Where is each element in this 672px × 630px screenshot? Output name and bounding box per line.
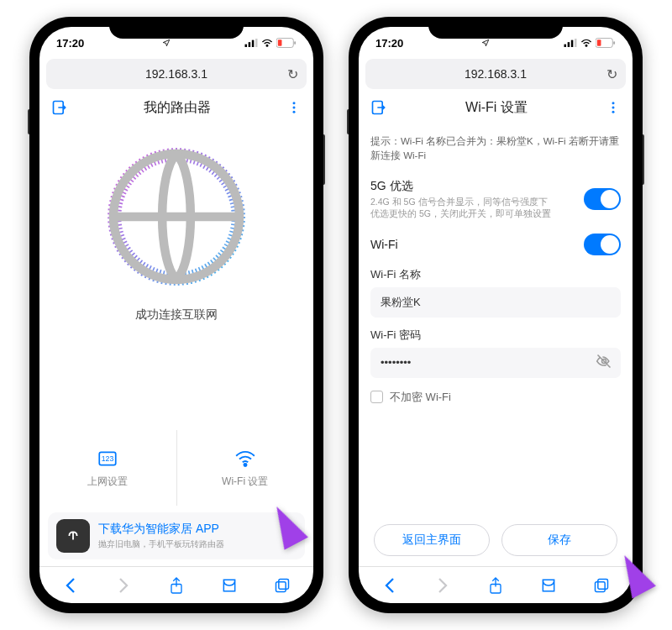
- svg-point-16: [244, 464, 246, 466]
- wifi-name-value: 果粉堂K: [381, 295, 421, 310]
- svg-point-11: [293, 111, 296, 113]
- bookmarks-icon[interactable]: [213, 577, 246, 594]
- svg-rect-19: [276, 581, 286, 591]
- connection-status: 成功连接互联网: [135, 307, 218, 323]
- svg-point-24: [585, 45, 587, 47]
- pref-5g-row: 5G 优选 2.4G 和 5G 信号合并显示，同等信号强度下优选更快的 5G，关…: [359, 172, 633, 227]
- url-text: 192.168.3.1: [465, 67, 527, 81]
- phone-left: 17:20 192.168.3.1 ↻ 我的路由器: [29, 17, 323, 613]
- svg-rect-27: [613, 41, 615, 45]
- tabs-icon[interactable]: [585, 577, 618, 594]
- safari-toolbar: [359, 566, 633, 603]
- app-header: 我的路由器: [39, 89, 313, 126]
- app-banner-icon: [56, 519, 90, 553]
- exit-icon[interactable]: [370, 99, 387, 116]
- share-icon[interactable]: [479, 576, 512, 595]
- share-icon[interactable]: [160, 576, 193, 595]
- menu-icon[interactable]: [286, 100, 302, 115]
- status-time: 17:20: [375, 37, 403, 50]
- wifi-settings-label: Wi-Fi 设置: [222, 475, 268, 489]
- net-settings-label: 上网设置: [87, 475, 128, 489]
- button-row: 返回主界面 保存: [359, 524, 633, 556]
- wifi-password-label: Wi-Fi 密码: [370, 328, 621, 343]
- back-icon[interactable]: [54, 577, 87, 594]
- wifi-row: Wi-Fi: [359, 227, 633, 262]
- safari-toolbar: [39, 566, 313, 603]
- wifi-name-block: Wi-Fi 名称 果粉堂K: [359, 262, 633, 323]
- back-icon[interactable]: [373, 577, 407, 594]
- svg-rect-21: [568, 42, 570, 47]
- svg-rect-34: [597, 579, 607, 589]
- wifi-status-icon: [580, 39, 592, 47]
- signal-icon: [564, 39, 577, 47]
- svg-rect-35: [595, 581, 605, 591]
- hint-text: 提示：Wi-Fi 名称已合并为：果粉堂K，Wi-Fi 若断开请重新连接 Wi-F…: [359, 126, 633, 172]
- svg-rect-7: [294, 41, 296, 45]
- phone-right: 17:20 192.168.3.1 ↻ Wi-Fi 设置 提示：W: [349, 17, 643, 613]
- svg-point-4: [266, 45, 268, 47]
- wifi-settings-button[interactable]: Wi-Fi 设置: [176, 430, 314, 506]
- back-home-button[interactable]: 返回主界面: [374, 524, 490, 556]
- svg-rect-18: [278, 579, 288, 589]
- wifi-password-value: ••••••••: [381, 356, 411, 369]
- wifi-name-input[interactable]: 果粉堂K: [370, 287, 621, 318]
- menu-icon[interactable]: [606, 100, 621, 115]
- svg-point-10: [293, 107, 296, 109]
- svg-rect-26: [597, 39, 601, 45]
- page-title: Wi-Fi 设置: [465, 99, 528, 117]
- svg-rect-1: [249, 42, 251, 47]
- svg-point-30: [612, 107, 614, 109]
- status-time: 17:20: [56, 37, 84, 50]
- url-text: 192.168.3.1: [145, 67, 207, 81]
- page-title: 我的路由器: [144, 99, 211, 117]
- pref-5g-toggle[interactable]: [584, 188, 621, 210]
- svg-point-31: [612, 111, 614, 113]
- globe-icon: [101, 141, 252, 292]
- pref-5g-label: 5G 优选: [370, 179, 555, 194]
- refresh-icon[interactable]: ↻: [287, 66, 298, 82]
- exit-icon[interactable]: [51, 99, 68, 116]
- svg-point-29: [612, 102, 614, 104]
- forward-icon[interactable]: [426, 577, 459, 594]
- battery-icon: [596, 38, 616, 48]
- url-bar[interactable]: 192.168.3.1 ↻: [365, 59, 626, 89]
- notch: [428, 17, 563, 39]
- app-banner[interactable]: 下载华为智能家居 APP 抛弃旧电脑，手机平板玩转路由器: [48, 512, 305, 559]
- no-encrypt-row[interactable]: 不加密 Wi-Fi: [359, 383, 633, 412]
- svg-point-9: [293, 102, 296, 104]
- eye-off-icon[interactable]: [596, 353, 612, 372]
- bottom-actions: 123 上网设置 Wi-Fi 设置: [39, 430, 313, 506]
- svg-rect-2: [252, 40, 255, 47]
- screen-right: 17:20 192.168.3.1 ↻ Wi-Fi 设置 提示：W: [359, 27, 633, 603]
- tabs-icon[interactable]: [265, 577, 299, 594]
- svg-rect-6: [278, 39, 282, 45]
- svg-rect-23: [575, 39, 577, 47]
- no-encrypt-checkbox[interactable]: [370, 391, 383, 403]
- svg-rect-0: [245, 45, 248, 47]
- app-header: Wi-Fi 设置: [359, 89, 633, 126]
- app-banner-subtitle: 抛弃旧电脑，手机平板玩转路由器: [98, 538, 224, 550]
- svg-rect-3: [255, 39, 258, 47]
- signal-icon: [244, 39, 258, 47]
- battery-icon: [276, 38, 297, 48]
- net-settings-button[interactable]: 123 上网设置: [39, 430, 176, 506]
- svg-rect-22: [571, 40, 574, 47]
- wifi-password-input[interactable]: ••••••••: [370, 348, 621, 378]
- notch: [109, 17, 244, 39]
- refresh-icon[interactable]: ↻: [606, 66, 617, 82]
- save-button[interactable]: 保存: [501, 524, 617, 556]
- wifi-label: Wi-Fi: [370, 238, 398, 251]
- svg-rect-20: [564, 45, 567, 47]
- no-encrypt-label: 不加密 Wi-Fi: [390, 390, 451, 405]
- wifi-toggle[interactable]: [584, 234, 621, 255]
- forward-icon[interactable]: [107, 577, 140, 594]
- url-bar[interactable]: 192.168.3.1 ↻: [46, 59, 307, 89]
- bookmarks-icon[interactable]: [532, 577, 565, 594]
- wifi-name-label: Wi-Fi 名称: [370, 267, 621, 282]
- app-banner-title: 下载华为智能家居 APP: [98, 522, 224, 537]
- pref-5g-desc: 2.4G 和 5G 信号合并显示，同等信号强度下优选更快的 5G，关闭此开关，即…: [370, 196, 555, 220]
- wifi-password-block: Wi-Fi 密码 ••••••••: [359, 323, 633, 383]
- connection-dial: 成功连接互联网: [39, 126, 313, 323]
- svg-text:123: 123: [102, 454, 114, 463]
- wifi-status-icon: [261, 39, 273, 47]
